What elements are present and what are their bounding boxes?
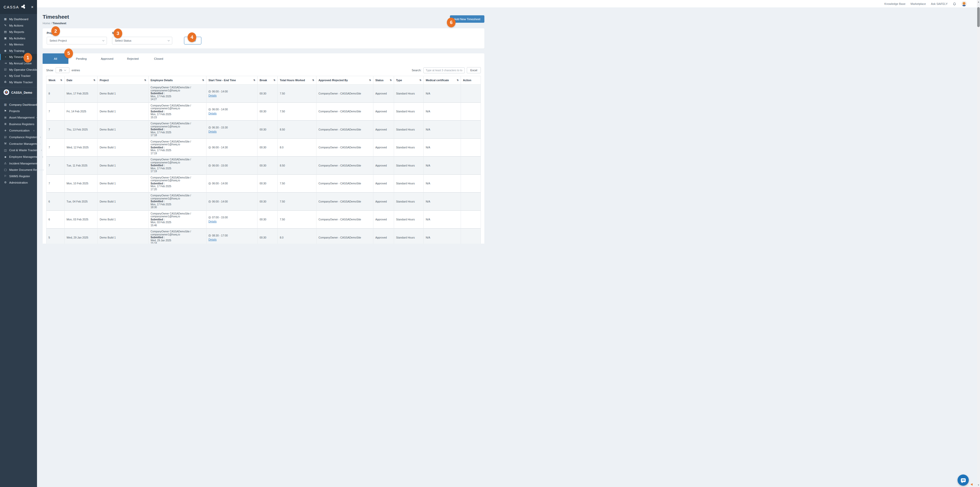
search-label: Search: [412, 69, 422, 72]
breadcrumb: Home / Timesheet [43, 22, 69, 25]
project-select[interactable]: Select Project [47, 37, 107, 45]
sidebar-item-contractor-management[interactable]: ⚒Contractor Management [0, 141, 37, 147]
column-header-total-hours-worked[interactable]: Total Hours Worked⇅ [278, 76, 317, 85]
search-input[interactable] [423, 67, 465, 73]
sort-icon[interactable]: ⇅ [274, 79, 275, 81]
my-operator-checklists-icon: ☑ [3, 68, 7, 71]
sidebar-item-asset-management[interactable]: ⊞Asset Management‹ [0, 114, 37, 121]
sort-icon[interactable]: ⇅ [369, 79, 371, 81]
timesheets-table: Week⇅Date⇅Project⇅Employee Details⇅Start… [46, 76, 481, 244]
sidebar-item-my-waste-tracker[interactable]: ♻My Waste Tracker [0, 79, 37, 85]
column-header-flex: Type⇅ [396, 79, 422, 82]
sidebar-item-my-reports[interactable]: ▤My Reports [0, 29, 37, 35]
sidebar-item-my-actions[interactable]: ✎My Actions [0, 22, 37, 29]
details-link[interactable]: Details [208, 112, 217, 115]
date-cell: Wed, 29 Jan 2025 [64, 228, 97, 244]
brand-name: CASSA [3, 5, 19, 9]
sort-icon[interactable]: ⇅ [253, 79, 256, 81]
details-link[interactable]: Details [208, 94, 217, 97]
type-cell: Standard Hours [394, 121, 423, 139]
sidebar-item-incident-management[interactable]: ⚠Incident Management [0, 160, 37, 166]
sidebar-item-my-dashboard[interactable]: ▦My Dashboard [0, 16, 37, 22]
column-header-break[interactable]: Break⇅ [258, 76, 278, 85]
sidebar-item-my-cost-tracker[interactable]: ¤My Cost Tracker [0, 73, 37, 79]
administration-icon: ⚙ [3, 181, 7, 184]
sidebar-item-my-training[interactable]: ◉My Training [0, 48, 37, 54]
column-header-approved-rejected-by[interactable]: Approved /Rejected By⇅ [317, 76, 373, 85]
sort-icon[interactable]: ⇅ [390, 79, 392, 81]
action-cell [461, 156, 480, 175]
brand-logo[interactable]: CASSA [3, 4, 26, 10]
employee-name: CompanyOwner CASSADemoSite / [151, 230, 204, 233]
column-header-week[interactable]: Week⇅ [46, 76, 65, 85]
org-row[interactable]: CASSA_Demo [0, 87, 37, 98]
column-header-label: Approved /Rejected By [318, 79, 348, 82]
sort-icon[interactable]: ⇅ [312, 79, 314, 81]
incident-management-icon: ⚠ [3, 162, 7, 165]
sidebar-item-my-operator-checklists[interactable]: ☑My Operator Checklists [0, 66, 37, 73]
details-link[interactable]: Details [208, 130, 217, 133]
sort-icon[interactable]: ⇅ [144, 79, 146, 81]
approved-by-cell: CompanyOwner - CASSADemoSite [317, 121, 373, 139]
sidebar-item-my-activities[interactable]: ▣My Activities [0, 35, 37, 42]
sidebar-item-master-document-register[interactable]: ▢Master Document Register [0, 166, 37, 173]
status-select[interactable]: Select Status [112, 37, 172, 45]
medical-certificate-cell: N/A [424, 174, 461, 193]
employee-name: CompanyOwner CASSADemoSite / [151, 122, 204, 125]
column-header-status[interactable]: Status⇅ [373, 76, 394, 85]
date-cell: Wed, 12 Feb 2025 [64, 139, 97, 156]
sidebar-item-my-annual-leave[interactable]: ⇥My Annual Leave [0, 60, 37, 66]
sidebar-item-swms-register[interactable]: ⚐SWMS Register [0, 173, 37, 179]
column-header-flex: Medical certificate⇅ [426, 79, 458, 82]
clock-icon [208, 200, 211, 203]
sidebar-item-business-registers[interactable]: ≣Business Registers [0, 121, 37, 127]
excel-export-button[interactable]: Excel [467, 67, 481, 73]
column-header-type[interactable]: Type⇅ [394, 76, 423, 85]
sidebar-item-compliance-registers[interactable]: ☑Compliance Registers‹ [0, 134, 37, 141]
compliance-registers-icon: ☑ [3, 136, 7, 139]
sort-icon[interactable]: ⇅ [420, 79, 422, 81]
column-header-flex: Date⇅ [67, 79, 95, 82]
column-header-medical-certificate[interactable]: Medical certificate⇅ [424, 76, 461, 85]
sidebar-item-label: My Training [9, 49, 24, 52]
tab-closed[interactable]: Closed [146, 53, 172, 64]
sidebar-item-my-memos[interactable]: ≡My Memos [0, 42, 37, 48]
type-cell: Standard Hours [394, 228, 423, 244]
column-header-start-time-end-time[interactable]: Start Time - End Time⇅ [206, 76, 257, 85]
details-link[interactable]: Details [208, 238, 217, 241]
my-reports-icon: ▤ [3, 30, 7, 34]
tab-approved[interactable]: Approved [94, 53, 120, 64]
sidebar-item-label: My Cost Tracker [9, 74, 30, 77]
total-hours-cell: 7.50 [278, 211, 317, 228]
submitted-label: Submitted : [151, 146, 204, 149]
sidebar-item-administration[interactable]: ⚙Administration [0, 179, 37, 186]
sidebar-item-company-dashboard[interactable]: ▥Company Dashboard [0, 101, 37, 108]
sort-icon[interactable]: ⇅ [457, 79, 458, 81]
main-content: Timesheet Home / Timesheet Add New Times… [37, 0, 490, 244]
submitted-time: 17:19 [151, 170, 204, 173]
column-header-project[interactable]: Project⇅ [97, 76, 148, 85]
sidebar-item-cost-waste-tracking[interactable]: ◫Cost & Waste Tracking‹ [0, 147, 37, 153]
sidebar-item-communication[interactable]: ✈Communication‹ [0, 127, 37, 134]
tab-rejected[interactable]: Rejected [120, 53, 146, 64]
column-header-employee-details[interactable]: Employee Details⇅ [148, 76, 206, 85]
start-end-time-cell: 08:30 - 17:00Details [206, 228, 257, 244]
details-link[interactable]: Details [208, 220, 217, 223]
column-header-flex: Total Hours Worked⇅ [280, 79, 314, 82]
project-cell: Demo Build 1 [97, 121, 148, 139]
column-header-date[interactable]: Date⇅ [64, 76, 97, 85]
sidebar-item-label: My Operator Checklists [9, 68, 40, 71]
column-header-label: Date [67, 79, 73, 82]
breadcrumb-home[interactable]: Home [43, 22, 50, 25]
project-cell: Demo Build 1 [97, 174, 148, 193]
time-range: 07:00 - 15:00 [208, 216, 255, 219]
sidebar-item-projects[interactable]: ⚑Projects [0, 108, 37, 114]
date-cell: Tue, 04 Feb 2025 [64, 193, 97, 211]
sort-icon[interactable]: ⇅ [94, 79, 95, 81]
sort-icon[interactable]: ⇅ [60, 79, 62, 81]
sidebar-item-label: My Dashboard [9, 18, 28, 21]
page-size-select[interactable]: 25 [56, 67, 69, 73]
sidebar-close-icon[interactable]: × [31, 5, 33, 9]
sort-icon[interactable]: ⇅ [202, 79, 204, 81]
sidebar-item-employee-management[interactable]: ☻Employee Management‹ [0, 153, 37, 160]
